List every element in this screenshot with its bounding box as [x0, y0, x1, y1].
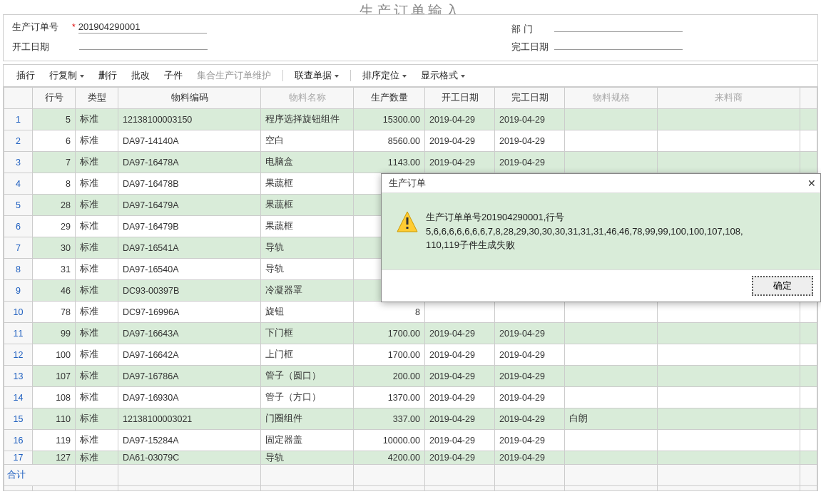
cell-start[interactable]: 2019-04-29: [425, 430, 495, 451]
cell-start[interactable]: [425, 302, 495, 323]
table-row[interactable]: 16119标准DA97-15284A固定器盖10000.002019-04-29…: [4, 430, 817, 451]
cell-tail[interactable]: [800, 408, 817, 430]
cell-mat-name[interactable]: 果蔬框: [261, 195, 354, 216]
cell-mat-code[interactable]: DA97-16642A: [118, 344, 261, 366]
cell-supplier[interactable]: [658, 451, 800, 465]
cell-spec[interactable]: [565, 451, 658, 465]
cell-end[interactable]: 2019-04-29: [495, 387, 565, 408]
cell-qty[interactable]: 4200.00: [354, 451, 425, 465]
set-maintenance-button[interactable]: 集合生产订单维护: [190, 68, 278, 83]
table-row[interactable]: 12100标准DA97-16642A上门框1700.002019-04-2920…: [4, 344, 817, 366]
cell-mat-code[interactable]: DA97-16643A: [118, 323, 261, 344]
cell-qty[interactable]: 1370.00: [354, 387, 425, 408]
cell-line-no[interactable]: 6: [33, 130, 76, 152]
cell-spec[interactable]: [565, 344, 658, 366]
row-index[interactable]: 6: [4, 216, 33, 237]
cell-end[interactable]: 2019-04-29: [495, 366, 565, 387]
col-header-spec[interactable]: 物料规格: [565, 88, 658, 109]
dialog-titlebar[interactable]: 生产订单 ✕: [382, 174, 820, 193]
cell-supplier[interactable]: [658, 152, 800, 173]
col-header-line-no[interactable]: 行号: [33, 88, 76, 109]
cell-type[interactable]: 标准: [76, 387, 118, 408]
col-header-supplier[interactable]: 来料商: [658, 88, 800, 109]
cell-mat-code[interactable]: DA97-16479B: [118, 216, 261, 237]
cell-type[interactable]: 标准: [76, 109, 118, 130]
close-icon[interactable]: ✕: [807, 178, 816, 189]
display-format-button[interactable]: 显示格式: [414, 68, 472, 83]
cell-type[interactable]: 标准: [76, 216, 118, 237]
table-row[interactable]: 17127标准DA61-03079C导轨4200.002019-04-29201…: [4, 451, 817, 465]
row-index[interactable]: 16: [4, 430, 33, 451]
cell-end[interactable]: 2019-04-29: [495, 130, 565, 152]
cell-mat-code[interactable]: DA97-16786A: [118, 366, 261, 387]
copy-row-button[interactable]: 行复制: [42, 68, 91, 83]
cell-qty[interactable]: 200.00: [354, 366, 425, 387]
col-header-tail[interactable]: [800, 88, 817, 109]
cell-type[interactable]: 标准: [76, 408, 118, 430]
col-header-end[interactable]: 完工日期: [495, 88, 565, 109]
cell-spec[interactable]: 白朗: [565, 408, 658, 430]
cell-end[interactable]: 2019-04-29: [495, 323, 565, 344]
table-row[interactable]: 1078标准DC97-16996A旋钮8: [4, 302, 817, 323]
cell-end[interactable]: 2019-04-29: [495, 408, 565, 430]
cell-qty[interactable]: 8560.00: [354, 130, 425, 152]
row-index[interactable]: 8: [4, 259, 33, 280]
cell-spec[interactable]: [565, 387, 658, 408]
cell-line-no[interactable]: 46: [33, 280, 76, 302]
cell-type[interactable]: 标准: [76, 451, 118, 465]
cell-mat-code[interactable]: DA97-16478B: [118, 173, 261, 195]
row-index[interactable]: 4: [4, 173, 33, 195]
cell-start[interactable]: 2019-04-29: [425, 109, 495, 130]
cell-supplier[interactable]: [658, 430, 800, 451]
col-header-type[interactable]: 类型: [76, 88, 118, 109]
cell-qty[interactable]: 15300.00: [354, 109, 425, 130]
cell-mat-name[interactable]: 导轨: [261, 259, 354, 280]
cell-tail[interactable]: [800, 344, 817, 366]
cell-supplier[interactable]: [658, 387, 800, 408]
end-date-input[interactable]: [554, 38, 683, 50]
delete-row-button[interactable]: 删行: [91, 68, 124, 83]
cell-start[interactable]: 2019-04-29: [425, 130, 495, 152]
row-index[interactable]: 1: [4, 109, 33, 130]
table-row[interactable]: 15标准12138100003150程序选择旋钮组件15300.002019-0…: [4, 109, 817, 130]
cell-type[interactable]: 标准: [76, 259, 118, 280]
row-index[interactable]: 2: [4, 130, 33, 152]
cell-line-no[interactable]: 78: [33, 302, 76, 323]
cell-supplier[interactable]: [658, 302, 800, 323]
cell-type[interactable]: 标准: [76, 344, 118, 366]
cell-type[interactable]: 标准: [76, 152, 118, 173]
row-index[interactable]: 3: [4, 152, 33, 173]
cell-start[interactable]: 2019-04-29: [425, 344, 495, 366]
row-index[interactable]: 10: [4, 302, 33, 323]
cell-spec[interactable]: [565, 366, 658, 387]
cell-start[interactable]: 2019-04-29: [425, 323, 495, 344]
cell-line-no[interactable]: 29: [33, 216, 76, 237]
sort-locate-button[interactable]: 排序定位: [355, 68, 414, 83]
cell-type[interactable]: 标准: [76, 130, 118, 152]
start-date-input[interactable]: [79, 38, 208, 50]
batch-edit-button[interactable]: 批改: [124, 68, 157, 83]
cell-line-no[interactable]: 100: [33, 344, 76, 366]
cell-supplier[interactable]: [658, 109, 800, 130]
cell-supplier[interactable]: [658, 366, 800, 387]
cell-mat-code[interactable]: DC97-16996A: [118, 302, 261, 323]
cell-line-no[interactable]: 31: [33, 259, 76, 280]
cell-tail[interactable]: [800, 366, 817, 387]
cell-start[interactable]: 2019-04-29: [425, 366, 495, 387]
cell-qty[interactable]: 337.00: [354, 408, 425, 430]
row-index[interactable]: 12: [4, 344, 33, 366]
cell-tail[interactable]: [800, 130, 817, 152]
cell-end[interactable]: 2019-04-29: [495, 344, 565, 366]
link-docs-button[interactable]: 联查单据: [287, 68, 346, 83]
cell-line-no[interactable]: 7: [33, 152, 76, 173]
cell-mat-name[interactable]: 空白: [261, 130, 354, 152]
cell-line-no[interactable]: 107: [33, 366, 76, 387]
cell-type[interactable]: 标准: [76, 430, 118, 451]
table-row[interactable]: 1199标准DA97-16643A下门框1700.002019-04-29201…: [4, 323, 817, 344]
cell-tail[interactable]: [800, 109, 817, 130]
row-index[interactable]: 13: [4, 366, 33, 387]
col-header-mat-name[interactable]: 物料名称: [261, 88, 354, 109]
cell-mat-name[interactable]: 电脑盒: [261, 152, 354, 173]
cell-qty[interactable]: 10000.00: [354, 430, 425, 451]
cell-end[interactable]: 2019-04-29: [495, 430, 565, 451]
